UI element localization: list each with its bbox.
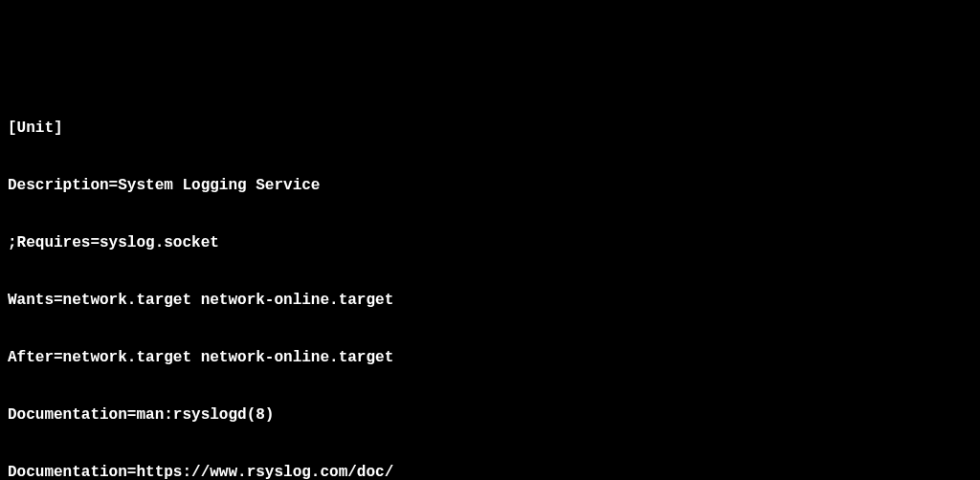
file-line: Wants=network.target network-online.targ…	[8, 291, 972, 310]
file-line: Documentation=https://www.rsyslog.com/do…	[8, 463, 972, 480]
file-line: After=network.target network-online.targ…	[8, 348, 972, 367]
file-line: Description=System Logging Service	[8, 176, 972, 195]
terminal-output: [Unit] Description=System Logging Servic…	[8, 80, 972, 480]
file-line: Documentation=man:rsyslogd(8)	[8, 405, 972, 425]
file-line: [Unit]	[8, 119, 972, 138]
file-line: ;Requires=syslog.socket	[8, 233, 972, 252]
